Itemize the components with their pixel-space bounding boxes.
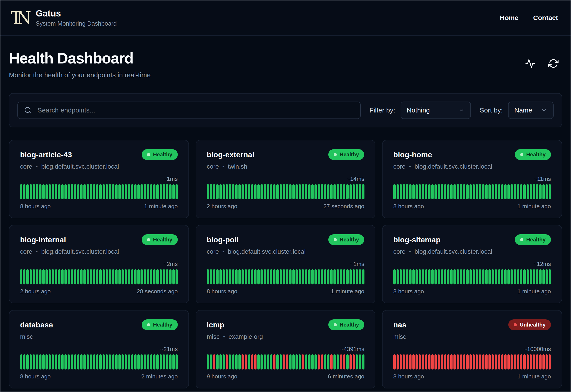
uptime-bar[interactable] bbox=[419, 269, 421, 284]
uptime-bar[interactable] bbox=[239, 354, 241, 369]
uptime-bar[interactable] bbox=[96, 354, 98, 369]
uptime-bar[interactable] bbox=[77, 269, 79, 284]
uptime-bar[interactable] bbox=[42, 269, 45, 284]
uptime-bar[interactable] bbox=[216, 354, 218, 369]
uptime-bar[interactable] bbox=[264, 184, 266, 199]
uptime-bar[interactable] bbox=[257, 184, 260, 199]
uptime-bar[interactable] bbox=[99, 184, 102, 199]
uptime-bar[interactable] bbox=[58, 184, 60, 199]
uptime-bar[interactable] bbox=[226, 269, 228, 284]
uptime-bar[interactable] bbox=[431, 269, 434, 284]
uptime-bar[interactable] bbox=[115, 184, 118, 199]
uptime-bar[interactable] bbox=[482, 269, 484, 284]
uptime-bar[interactable] bbox=[311, 269, 314, 284]
uptime-bar[interactable] bbox=[36, 354, 38, 369]
uptime-bar[interactable] bbox=[321, 184, 323, 199]
uptime-bar[interactable] bbox=[33, 354, 35, 369]
endpoint-card[interactable]: nas Unhealthy misc ~10000ms 8 hours ago … bbox=[382, 310, 562, 388]
uptime-bar[interactable] bbox=[337, 184, 339, 199]
uptime-bar[interactable] bbox=[45, 354, 48, 369]
uptime-bar[interactable] bbox=[140, 184, 143, 199]
uptime-bar[interactable] bbox=[444, 354, 446, 369]
uptime-bar[interactable] bbox=[296, 354, 298, 369]
endpoint-card[interactable]: blog-home Healthy core • blog.default.sv… bbox=[382, 140, 562, 218]
uptime-bar[interactable] bbox=[438, 184, 440, 199]
uptime-bar[interactable] bbox=[276, 269, 279, 284]
uptime-bar[interactable] bbox=[324, 184, 326, 199]
uptime-bar[interactable] bbox=[318, 184, 320, 199]
uptime-bar[interactable] bbox=[36, 184, 38, 199]
uptime-bar[interactable] bbox=[422, 354, 424, 369]
uptime-bar[interactable] bbox=[406, 184, 408, 199]
uptime-bar[interactable] bbox=[353, 269, 355, 284]
uptime-bar[interactable] bbox=[270, 354, 272, 369]
uptime-bar[interactable] bbox=[144, 354, 146, 369]
uptime-bar[interactable] bbox=[26, 269, 29, 284]
sort-select[interactable]: Name bbox=[508, 102, 554, 119]
uptime-bar[interactable] bbox=[166, 269, 168, 284]
uptime-bar[interactable] bbox=[245, 269, 247, 284]
uptime-bar[interactable] bbox=[542, 269, 545, 284]
uptime-bar[interactable] bbox=[226, 184, 228, 199]
uptime-bar[interactable] bbox=[267, 184, 269, 199]
uptime-bar[interactable] bbox=[71, 269, 73, 284]
uptime-bar[interactable] bbox=[514, 269, 516, 284]
uptime-bar[interactable] bbox=[523, 354, 526, 369]
uptime-bar[interactable] bbox=[260, 269, 263, 284]
uptime-bar[interactable] bbox=[517, 269, 519, 284]
uptime-bar[interactable] bbox=[530, 269, 532, 284]
uptime-bar[interactable] bbox=[315, 269, 317, 284]
uptime-bar[interactable] bbox=[245, 184, 247, 199]
uptime-bar[interactable] bbox=[49, 184, 51, 199]
uptime-bar[interactable] bbox=[280, 354, 282, 369]
uptime-bar[interactable] bbox=[33, 269, 35, 284]
uptime-bar[interactable] bbox=[435, 269, 437, 284]
uptime-bar[interactable] bbox=[498, 184, 500, 199]
uptime-bar[interactable] bbox=[315, 354, 317, 369]
uptime-bar[interactable] bbox=[444, 269, 446, 284]
uptime-bar[interactable] bbox=[296, 184, 298, 199]
uptime-bar[interactable] bbox=[254, 269, 256, 284]
uptime-bar[interactable] bbox=[77, 184, 79, 199]
uptime-bar[interactable] bbox=[431, 184, 434, 199]
uptime-bar[interactable] bbox=[131, 269, 133, 284]
refresh-icon[interactable] bbox=[548, 58, 558, 69]
endpoint-card[interactable]: blog-sitemap Healthy core • blog.default… bbox=[382, 225, 562, 303]
uptime-bar[interactable] bbox=[340, 269, 342, 284]
uptime-bar[interactable] bbox=[134, 269, 136, 284]
uptime-bar[interactable] bbox=[330, 184, 332, 199]
uptime-bar[interactable] bbox=[343, 184, 345, 199]
uptime-bar[interactable] bbox=[343, 269, 345, 284]
uptime-bar[interactable] bbox=[176, 269, 178, 284]
uptime-bar[interactable] bbox=[403, 184, 405, 199]
uptime-bar[interactable] bbox=[327, 184, 330, 199]
uptime-bar[interactable] bbox=[61, 184, 64, 199]
uptime-bar[interactable] bbox=[482, 354, 484, 369]
uptime-bar[interactable] bbox=[457, 269, 459, 284]
uptime-bar[interactable] bbox=[393, 354, 395, 369]
uptime-bar[interactable] bbox=[435, 354, 437, 369]
uptime-bar[interactable] bbox=[74, 269, 76, 284]
uptime-bar[interactable] bbox=[121, 184, 124, 199]
uptime-bar[interactable] bbox=[517, 184, 519, 199]
uptime-bar[interactable] bbox=[109, 269, 111, 284]
uptime-bar[interactable] bbox=[235, 184, 238, 199]
uptime-bar[interactable] bbox=[20, 184, 22, 199]
uptime-bar[interactable] bbox=[356, 269, 358, 284]
uptime-bar[interactable] bbox=[160, 184, 162, 199]
uptime-bar[interactable] bbox=[45, 184, 48, 199]
uptime-bar[interactable] bbox=[125, 354, 127, 369]
uptime-bar[interactable] bbox=[412, 269, 415, 284]
uptime-bar[interactable] bbox=[153, 269, 155, 284]
uptime-bar[interactable] bbox=[308, 269, 311, 284]
uptime-bar[interactable] bbox=[93, 184, 95, 199]
uptime-bar[interactable] bbox=[359, 184, 361, 199]
uptime-bar[interactable] bbox=[58, 269, 60, 284]
uptime-bar[interactable] bbox=[289, 269, 291, 284]
uptime-bar[interactable] bbox=[476, 184, 478, 199]
uptime-bar[interactable] bbox=[52, 184, 54, 199]
uptime-bar[interactable] bbox=[90, 184, 92, 199]
uptime-bar[interactable] bbox=[520, 354, 522, 369]
uptime-bar[interactable] bbox=[223, 269, 225, 284]
uptime-bar[interactable] bbox=[533, 354, 535, 369]
